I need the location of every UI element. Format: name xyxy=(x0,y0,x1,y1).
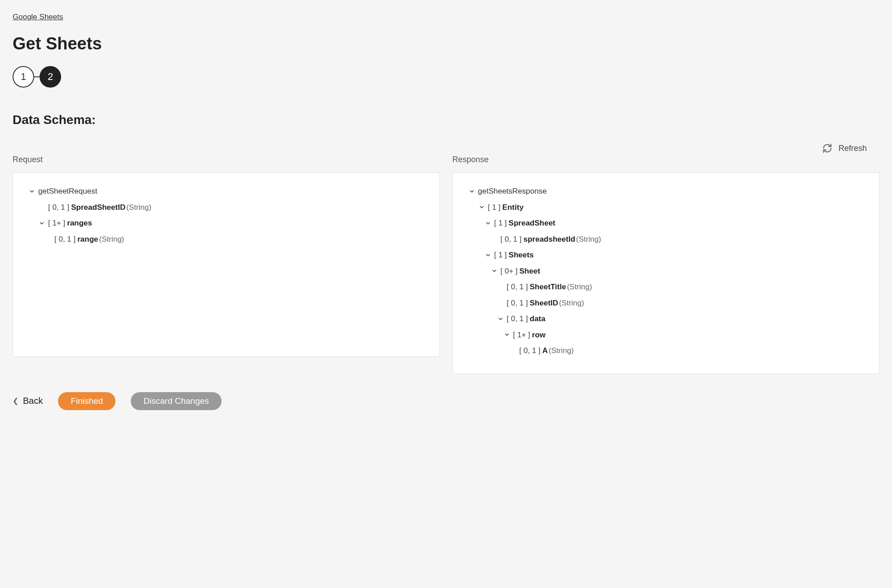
cardinality: [ 0, 1 ] xyxy=(48,202,69,213)
node-name: data xyxy=(530,313,546,325)
discard-button[interactable]: Discard Changes xyxy=(131,392,222,410)
node-type: (String) xyxy=(99,234,124,245)
chevron-down-icon xyxy=(478,203,485,211)
refresh-icon xyxy=(822,143,832,153)
chevron-down-icon xyxy=(491,235,498,243)
node-name: ranges xyxy=(67,217,92,229)
response-node[interactable]: getSheetsResponse xyxy=(466,186,866,197)
step-2[interactable]: 2 xyxy=(40,66,61,88)
request-node[interactable]: getSheetRequest xyxy=(27,186,426,197)
section-title: Data Schema: xyxy=(13,113,879,127)
node-name: getSheetsResponse xyxy=(478,186,547,197)
cardinality: [ 0, 1 ] xyxy=(507,313,528,325)
node-name: Sheets xyxy=(509,249,534,261)
cardinality: [ 0, 1 ] xyxy=(501,234,522,245)
chevron-down-icon xyxy=(484,220,492,227)
request-node[interactable]: [ 0, 1 ] SpreadSheetID (String) xyxy=(27,202,426,213)
cardinality: [ 1 ] xyxy=(494,217,507,229)
node-type: (String) xyxy=(567,281,592,293)
node-type: (String) xyxy=(576,234,601,245)
chevron-down-icon xyxy=(491,267,498,274)
cardinality: [ 1+ ] xyxy=(48,217,65,229)
chevron-down-icon xyxy=(497,299,504,306)
response-node[interactable]: [ 0, 1 ] SheetID (String) xyxy=(466,297,866,309)
chevron-down-icon xyxy=(38,203,45,211)
node-name: SpreadSheet xyxy=(509,217,555,229)
cardinality: [ 1 ] xyxy=(494,249,507,261)
request-header: Request xyxy=(13,155,440,164)
back-label: Back xyxy=(23,396,43,406)
refresh-label: Refresh xyxy=(839,144,867,153)
response-node[interactable]: [ 0, 1 ] A (String) xyxy=(466,345,866,357)
response-node[interactable]: [ 0, 1 ] SheetTitle (String) xyxy=(466,281,866,293)
request-node[interactable]: [ 0, 1 ] range (String) xyxy=(27,234,426,245)
finished-button[interactable]: Finished xyxy=(58,392,115,410)
node-name: getSheetRequest xyxy=(38,186,97,197)
step-connector xyxy=(34,76,40,77)
cardinality: [ 1 ] xyxy=(488,202,501,213)
step-1[interactable]: 1 xyxy=(13,66,34,88)
stepper: 1 2 xyxy=(13,66,879,88)
node-name: A xyxy=(542,345,548,357)
refresh-button[interactable]: Refresh xyxy=(822,143,867,153)
node-name: spreadsheetId xyxy=(524,234,575,245)
page-title: Get Sheets xyxy=(13,34,879,53)
cardinality: [ 0+ ] xyxy=(501,265,518,277)
response-node[interactable]: [ 1 ] Sheets xyxy=(466,249,866,261)
node-type: (String) xyxy=(126,202,151,213)
node-name: row xyxy=(532,329,546,341)
chevron-down-icon xyxy=(38,220,45,227)
response-header: Response xyxy=(453,155,880,164)
node-name: Entity xyxy=(502,202,524,213)
chevron-down-icon xyxy=(44,235,52,243)
node-name: Sheet xyxy=(519,265,540,277)
node-name: SheetID xyxy=(530,297,558,309)
node-name: range xyxy=(77,234,98,245)
cardinality: [ 0, 1 ] xyxy=(507,297,528,309)
cardinality: [ 0, 1 ] xyxy=(519,345,541,357)
node-type: (String) xyxy=(549,345,574,357)
chevron-down-icon xyxy=(497,283,504,291)
response-node[interactable]: [ 0, 1 ] data xyxy=(466,313,866,325)
response-node[interactable]: [ 1+ ] row xyxy=(466,329,866,341)
chevron-down-icon xyxy=(503,331,510,338)
cardinality: [ 1+ ] xyxy=(513,329,530,341)
cardinality: [ 0, 1 ] xyxy=(507,281,528,293)
chevron-down-icon xyxy=(28,188,36,195)
chevron-left-icon: ❮ xyxy=(13,397,18,405)
chevron-down-icon xyxy=(497,315,504,323)
chevron-down-icon xyxy=(510,347,517,354)
response-node[interactable]: [ 0+ ] Sheet xyxy=(466,265,866,277)
back-button[interactable]: ❮ Back xyxy=(13,396,43,406)
chevron-down-icon xyxy=(484,252,492,259)
response-panel: getSheetsResponse[ 1 ] Entity[ 1 ] Sprea… xyxy=(453,172,880,374)
response-node[interactable]: [ 1 ] SpreadSheet xyxy=(466,217,866,229)
response-node[interactable]: [ 0, 1 ] spreadsheetId (String) xyxy=(466,234,866,245)
node-name: SheetTitle xyxy=(530,281,566,293)
cardinality: [ 0, 1 ] xyxy=(54,234,75,245)
node-type: (String) xyxy=(559,297,584,309)
response-node[interactable]: [ 1 ] Entity xyxy=(466,202,866,213)
request-node[interactable]: [ 1+ ] ranges xyxy=(27,217,426,229)
breadcrumb-link[interactable]: Google Sheets xyxy=(13,13,63,22)
node-name: SpreadSheetID xyxy=(71,202,125,213)
chevron-down-icon xyxy=(468,188,475,195)
request-panel: getSheetRequest[ 0, 1 ] SpreadSheetID (S… xyxy=(13,172,440,357)
